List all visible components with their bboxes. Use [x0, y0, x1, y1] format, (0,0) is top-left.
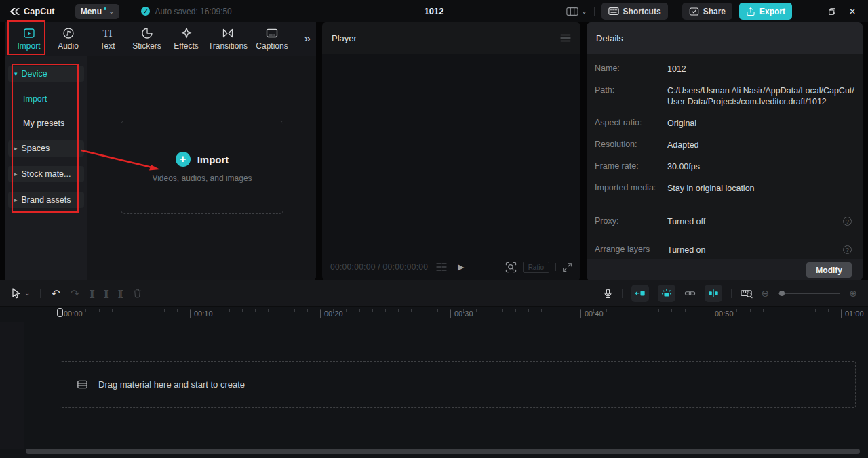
tab-label: Text	[100, 41, 115, 51]
plus-icon[interactable]: +	[176, 152, 191, 167]
slider-handle[interactable]	[779, 291, 785, 296]
ruler-label: 00:00	[60, 310, 83, 318]
snap-sparkle-icon	[661, 288, 672, 299]
autosave-text: Auto saved: 16:09:50	[155, 7, 231, 16]
divider	[555, 263, 556, 271]
help-icon[interactable]: ?	[843, 217, 852, 226]
delete-left-button[interactable]: ][	[104, 289, 108, 298]
record-voiceover-button[interactable]	[603, 288, 613, 299]
import-dropzone[interactable]: + Import Videos, audios, and images	[121, 121, 283, 214]
timeline-ruler[interactable]: 00:00 00:10 00:20 00:30 00:40 00:50 01:0…	[0, 307, 868, 322]
detail-value: Adapted	[667, 140, 860, 150]
import-tab-icon	[23, 27, 35, 39]
media-tab-bar: Import Audio TI Text Stickers Effects Tr…	[5, 22, 316, 56]
media-clip-icon	[77, 379, 88, 390]
stickers-tab-icon	[141, 27, 153, 39]
sidebar-item-brand-assets[interactable]: ▸ Brand assets	[8, 192, 84, 208]
caret-right-icon: ▸	[14, 196, 18, 203]
app-logo: CapCut	[8, 7, 55, 16]
detail-label: Imported media:	[595, 183, 667, 194]
sidebar-item-my-presets[interactable]: My presets	[5, 114, 87, 132]
tab-audio[interactable]: Audio	[49, 27, 87, 51]
sidebar-item-import[interactable]: Import	[5, 90, 87, 108]
tab-label: Audio	[58, 41, 79, 51]
detail-row-name: Name: 1012	[595, 64, 863, 75]
tab-transitions[interactable]: Transitions	[206, 27, 250, 51]
check-circle-icon: ✓	[141, 7, 150, 16]
tab-label: Transitions	[208, 41, 248, 51]
redo-button[interactable]: ↷	[71, 287, 79, 300]
sidebar-item-stock-materials[interactable]: ▸ Stock mate...	[8, 166, 84, 182]
tab-stickers[interactable]: Stickers	[127, 27, 166, 51]
zoom-in-button[interactable]: ⊕	[849, 289, 857, 298]
export-button[interactable]: Export	[739, 3, 792, 20]
playhead-handle[interactable]	[57, 308, 63, 317]
divider	[40, 289, 41, 298]
text-tab-icon: TI	[102, 27, 112, 39]
tab-label: Import	[17, 41, 40, 51]
timeline-panel: ⌄ ↶ ↷ ][ ][ ][	[0, 280, 868, 458]
timecode: 00:00:00:00 / 00:00:00:00	[330, 262, 428, 272]
ruler-label: 00:50	[711, 310, 734, 318]
chevron-down-icon: ⌄	[581, 8, 587, 15]
select-tool-button[interactable]: ⌄	[11, 288, 30, 299]
sidebar-item-label: Spaces	[22, 144, 50, 153]
delete-button[interactable]	[132, 288, 142, 299]
import-dropzone-title: Import	[197, 154, 229, 165]
focus-zoom-icon[interactable]	[505, 262, 517, 273]
main-track-magnet-toggle[interactable]	[631, 285, 649, 302]
player-menu-icon[interactable]	[560, 34, 571, 42]
horizontal-scrollbar[interactable]	[26, 449, 860, 454]
share-button[interactable]: Share	[682, 3, 732, 20]
export-icon	[746, 7, 755, 16]
tab-text[interactable]: TI Text	[88, 27, 127, 51]
split-button[interactable]: ][	[90, 289, 94, 298]
modify-button[interactable]: Modify	[806, 262, 852, 278]
undo-button[interactable]: ↶	[51, 287, 60, 300]
close-button[interactable]: ✕	[842, 0, 863, 22]
detail-row-frame-rate: Frame rate: 30.00fps	[595, 161, 863, 172]
magnet-track-icon	[635, 288, 646, 299]
ruler-label: 00:20	[320, 310, 343, 318]
tab-captions[interactable]: Captions	[250, 27, 294, 51]
menu-button[interactable]: Menu ⌄	[75, 4, 120, 19]
fullscreen-icon[interactable]	[562, 262, 572, 272]
ruler-label: 00:40	[580, 310, 604, 318]
linkage-toggle[interactable]	[684, 288, 696, 299]
detail-label: Resolution:	[595, 140, 667, 150]
captions-tab-icon	[266, 27, 278, 39]
ruler-label: 00:30	[450, 310, 473, 318]
ruler-label: 00:10	[190, 310, 213, 318]
timeline-zoom-slider[interactable]	[778, 293, 840, 294]
minimize-button[interactable]: —	[802, 0, 822, 22]
detail-value: 1012	[667, 64, 860, 75]
caret-right-icon: ▸	[14, 171, 18, 178]
detail-label: Proxy:	[595, 216, 667, 227]
keyboard-icon	[608, 7, 619, 16]
help-icon[interactable]: ?	[843, 245, 852, 254]
details-body: Name: 1012 Path: C:/Users/Usman Ali Nasi…	[587, 54, 863, 280]
detail-value: 30.00fps	[667, 161, 860, 172]
delete-right-button[interactable]: ][	[118, 289, 122, 298]
ratio-selector[interactable]: Ratio	[523, 262, 549, 273]
sidebar-item-spaces[interactable]: ▸ Spaces	[8, 140, 84, 157]
sidebar-item-label: Stock mate...	[22, 169, 71, 179]
frame-list-icon[interactable]	[436, 262, 447, 272]
sidebar-item-device[interactable]: ▾ Device	[8, 66, 84, 82]
zoom-out-button[interactable]: ⊖	[762, 289, 770, 298]
app-logo-text: CapCut	[24, 7, 55, 16]
restore-button[interactable]	[822, 0, 842, 22]
tab-effects[interactable]: Effects	[167, 27, 205, 51]
menu-label: Menu	[81, 7, 102, 16]
caret-down-icon: ▾	[14, 70, 18, 77]
preview-axis-toggle[interactable]	[705, 285, 722, 302]
timeline-dropzone[interactable]: Drag material here and start to create	[60, 361, 856, 408]
adapt-timeline-button[interactable]	[741, 288, 753, 299]
shortcuts-button[interactable]: Shortcuts	[601, 3, 668, 20]
tab-import[interactable]: Import	[9, 27, 48, 51]
layout-switch-button[interactable]: ⌄	[566, 7, 587, 16]
details-panel: Details Name: 1012 Path: C:/Users/Usman …	[587, 22, 863, 280]
auto-snap-toggle[interactable]	[658, 285, 675, 302]
more-tabs-chevron-icon[interactable]: »	[304, 32, 311, 45]
play-icon[interactable]: ▶	[458, 262, 464, 272]
